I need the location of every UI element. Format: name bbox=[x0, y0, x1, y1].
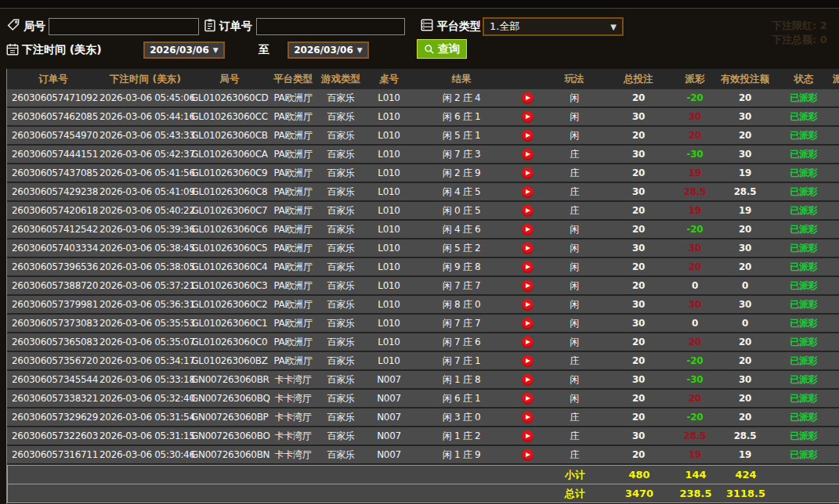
cell-play-type: 闲 bbox=[546, 279, 602, 293]
cell-play-type: 闲 bbox=[546, 261, 602, 274]
play-video-icon[interactable] bbox=[522, 205, 533, 217]
cell-total-bet: 20 bbox=[602, 355, 674, 366]
cell-round-id: GL010263060C9 bbox=[191, 167, 268, 178]
cell-order-id: 260306057444151 bbox=[7, 149, 99, 160]
col-header-status: 状态 bbox=[775, 73, 833, 86]
cell-play-type: 庄 bbox=[546, 167, 602, 180]
cell-total-bet: 30 bbox=[602, 374, 674, 385]
cell-play-type: 闲 bbox=[546, 242, 602, 255]
cell-play bbox=[508, 393, 546, 405]
cell-table-no: L010 bbox=[363, 186, 414, 197]
cell-game-type: 百家乐 bbox=[318, 261, 363, 274]
cell-status: 已派彩 bbox=[775, 448, 833, 462]
cell-valid-bet: 19 bbox=[715, 205, 775, 216]
chevron-down-icon: ▼ bbox=[213, 46, 219, 54]
cell-game-type: 百家乐 bbox=[318, 430, 363, 443]
clipboard-icon bbox=[203, 18, 217, 32]
cell-game-type: 百家乐 bbox=[318, 317, 363, 330]
cell-play-type: 闲 bbox=[546, 373, 602, 387]
cell-play-type: 闲 bbox=[546, 92, 602, 105]
cell-round-id: GN007263060BQ bbox=[191, 393, 268, 404]
date-to-picker[interactable]: 2026/03/06 ▼ bbox=[288, 41, 369, 59]
cell-order-id: 260306057437085 bbox=[7, 167, 99, 178]
play-video-icon[interactable] bbox=[522, 374, 533, 386]
cell-payout: 28.5 bbox=[674, 186, 715, 197]
play-video-icon[interactable] bbox=[522, 167, 533, 179]
cell-result: 闲 7 庄 7 bbox=[414, 317, 508, 330]
play-video-icon[interactable] bbox=[522, 130, 533, 142]
chevron-down-icon: ▼ bbox=[357, 46, 363, 54]
cell-payout: -20 bbox=[674, 92, 715, 103]
cell-round-id: GL010263060C6 bbox=[191, 224, 268, 235]
table-row: 2603060574620852026-03-06 05:44:16GL0102… bbox=[7, 108, 839, 127]
col-header-payout: 派彩 bbox=[674, 73, 715, 86]
cell-payout: 20 bbox=[674, 337, 715, 347]
cell-game-type: 百家乐 bbox=[318, 448, 363, 462]
cell-result: 闲 5 庄 1 bbox=[414, 129, 508, 142]
play-video-icon[interactable] bbox=[522, 111, 533, 123]
subtotal-row-play-type: 小计 bbox=[547, 468, 603, 482]
table-row: 2603060573730832026-03-06 05:35:53GL0102… bbox=[7, 315, 839, 333]
cell-game-type: 百家乐 bbox=[318, 204, 363, 218]
cell-game-type: 百家乐 bbox=[318, 336, 363, 349]
cell-play bbox=[508, 299, 546, 311]
cell-payout: 20 bbox=[674, 261, 715, 272]
cell-payout: -20 bbox=[674, 412, 715, 423]
cell-bet-time: 2026-03-06 05:41:09 bbox=[99, 186, 191, 197]
table-row: 2603060573383212026-03-06 05:32:40GN0072… bbox=[7, 390, 839, 409]
col-header-valid-bet: 有效投注额 bbox=[715, 73, 775, 86]
play-video-icon[interactable] bbox=[522, 224, 533, 236]
play-video-icon[interactable] bbox=[522, 92, 533, 104]
play-video-icon[interactable] bbox=[522, 318, 533, 329]
play-video-icon[interactable] bbox=[522, 393, 533, 405]
date-from-picker[interactable]: 2026/03/06 ▼ bbox=[143, 41, 225, 59]
play-video-icon[interactable] bbox=[522, 337, 533, 348]
cell-status: 已派彩 bbox=[775, 317, 833, 330]
cell-total-bet: 30 bbox=[602, 430, 674, 441]
cell-table-no: L010 bbox=[363, 205, 414, 216]
cell-total-bet: 20 bbox=[602, 224, 674, 235]
cell-play bbox=[508, 149, 546, 160]
play-video-icon[interactable] bbox=[522, 280, 533, 292]
cell-status: 已派彩 bbox=[775, 204, 833, 218]
play-video-icon[interactable] bbox=[522, 243, 533, 254]
col-header-bet-time: 下注时间 (美东) bbox=[99, 73, 191, 86]
order-no-input[interactable] bbox=[256, 18, 405, 35]
subtotal-row-payout: 144 bbox=[675, 469, 716, 481]
cell-payout: 20 bbox=[674, 130, 715, 141]
play-video-icon[interactable] bbox=[522, 149, 533, 160]
cell-payout: 28.5 bbox=[674, 430, 715, 441]
query-button[interactable]: 查询 bbox=[417, 39, 467, 59]
cell-play-type: 闲 bbox=[546, 317, 602, 330]
cell-bet-time: 2026-03-06 05:38:05 bbox=[99, 261, 191, 272]
grand-total-row-payout: 238.5 bbox=[675, 488, 716, 499]
round-no-input[interactable] bbox=[49, 18, 199, 35]
play-video-icon[interactable] bbox=[522, 412, 533, 423]
cell-valid-bet: 20 bbox=[715, 224, 775, 235]
cell-play bbox=[508, 261, 546, 273]
cell-result: 闲 4 庄 6 bbox=[414, 223, 508, 236]
cell-order-id: 260306057338321 bbox=[7, 393, 99, 404]
cell-game-type: 百家乐 bbox=[318, 279, 363, 293]
play-video-icon[interactable] bbox=[522, 430, 533, 442]
cell-status: 已派彩 bbox=[775, 298, 833, 311]
play-video-icon[interactable] bbox=[522, 261, 533, 273]
cell-game-type: 百家乐 bbox=[318, 411, 363, 424]
cell-order-id: 260306057471092 bbox=[7, 92, 99, 103]
cell-round-id: GL010263060BZ bbox=[191, 355, 268, 366]
play-video-icon[interactable] bbox=[522, 299, 533, 311]
platform-type-select[interactable]: 1.全部 ▼ bbox=[483, 17, 624, 36]
col-header-round-id: 局号 bbox=[191, 73, 268, 86]
subtotal-row-valid-bet: 424 bbox=[716, 469, 776, 481]
col-header-table-no: 桌号 bbox=[363, 73, 414, 86]
cell-play-type: 庄 bbox=[546, 448, 602, 462]
table-row: 2603060574710922026-03-06 05:45:06GL0102… bbox=[7, 89, 839, 108]
play-video-icon[interactable] bbox=[522, 186, 533, 198]
cell-round-id: GN007263060BP bbox=[191, 412, 268, 423]
cell-platform: PA欧洲厅 bbox=[268, 298, 318, 311]
cell-payout: 0 bbox=[674, 318, 715, 329]
play-video-icon[interactable] bbox=[522, 355, 533, 367]
play-video-icon[interactable] bbox=[522, 449, 533, 461]
cell-play bbox=[508, 337, 546, 348]
bet-records-page: 下注限红: 2 下注总额: 0 局号 订单号 平台类型 1.全部 ▼ 下注时间 … bbox=[0, 0, 839, 504]
